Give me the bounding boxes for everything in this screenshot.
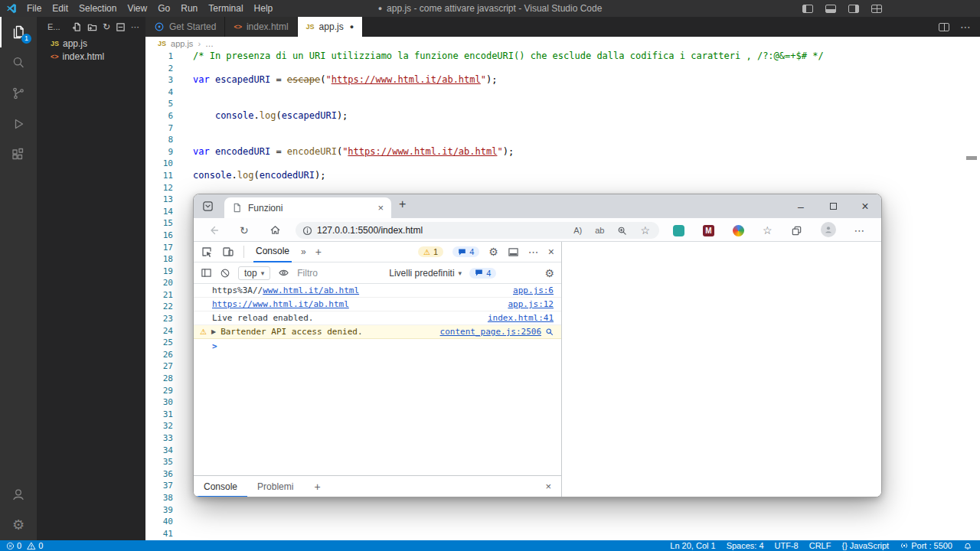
run-debug-activity-button[interactable] <box>0 109 37 139</box>
menu-file[interactable]: File <box>21 0 47 17</box>
problems-status[interactable]: 0 0 <box>6 541 43 550</box>
devtools-settings-icon[interactable]: ⚙ <box>488 246 498 258</box>
extension-c-icon[interactable] <box>733 225 744 236</box>
home-icon[interactable] <box>270 224 281 236</box>
menu-go[interactable]: Go <box>152 0 175 17</box>
devtools-close-icon[interactable]: × <box>548 246 554 258</box>
context-selector[interactable]: top ▾ <box>238 266 270 280</box>
split-editor-icon[interactable] <box>939 23 949 31</box>
menu-help[interactable]: Help <box>249 0 279 17</box>
collections-icon[interactable] <box>791 225 802 236</box>
live-server-port[interactable]: Port : 5500 <box>900 541 952 550</box>
indentation[interactable]: Spaces: 4 <box>727 541 764 550</box>
notifications-bell-icon[interactable] <box>963 541 972 550</box>
new-file-icon[interactable] <box>72 22 82 32</box>
manage-button[interactable]: ⚙ <box>0 510 37 540</box>
translate-icon[interactable]: ab <box>595 226 604 235</box>
site-info-icon[interactable] <box>302 226 312 236</box>
source-link[interactable]: app.js:6 <box>513 285 554 295</box>
favorites-icon[interactable]: ☆ <box>763 224 773 236</box>
toggle-panel-icon[interactable] <box>825 5 836 13</box>
breadcrumb-file[interactable]: app.js <box>171 39 193 48</box>
console-filter-input[interactable] <box>297 268 381 279</box>
account-button[interactable] <box>0 479 37 510</box>
close-icon[interactable]: × <box>849 194 881 218</box>
search-result-icon[interactable] <box>545 328 554 336</box>
toggle-secondary-sidebar-icon[interactable] <box>848 5 859 13</box>
add-panel-icon[interactable]: + <box>315 246 322 258</box>
breadcrumb-more[interactable]: … <box>205 39 214 48</box>
drawer-tab-console[interactable]: Console <box>194 476 247 497</box>
zoom-icon[interactable] <box>617 226 627 236</box>
breadcrumb[interactable]: JS app.js › … <box>145 37 980 51</box>
source-control-activity-button[interactable] <box>0 78 37 109</box>
file-item-indexhtml[interactable]: <> index.html <box>37 50 145 63</box>
device-toolbar-icon[interactable] <box>222 246 234 258</box>
drawer-add-icon[interactable]: + <box>314 481 320 493</box>
extension-a-icon[interactable] <box>673 225 684 236</box>
levels-messages-badge[interactable]: 4 <box>469 268 496 279</box>
back-icon[interactable] <box>207 224 220 236</box>
menu-selection[interactable]: Selection <box>74 0 122 17</box>
tab-app-js[interactable]: JS app.js ● <box>298 17 363 37</box>
collapse-folders-icon[interactable] <box>116 22 126 32</box>
source-link[interactable]: content_page.js:2506 <box>440 327 541 337</box>
console-messages-badge[interactable]: 4 <box>452 246 479 257</box>
tab-actions-icon[interactable] <box>202 201 214 212</box>
tab-index-html[interactable]: <> index.html <box>225 17 297 37</box>
toggle-sidebar-icon[interactable] <box>802 5 813 13</box>
console-settings-icon[interactable]: ⚙ <box>544 267 554 279</box>
extension-m-icon[interactable]: M <box>703 225 714 236</box>
more-tabs-icon[interactable]: » <box>301 246 306 257</box>
source-link[interactable]: app.js:12 <box>508 299 554 309</box>
log-levels-selector[interactable]: Livelli predefiniti ▾ <box>389 268 462 279</box>
source-link[interactable]: index.html:41 <box>488 313 554 323</box>
profile-avatar[interactable] <box>821 222 836 237</box>
customize-layout-icon[interactable] <box>871 5 882 13</box>
message-link[interactable]: https://www.html.it/ab.html <box>212 299 349 309</box>
editor-more-icon[interactable]: ⋯ <box>960 21 971 33</box>
tab-get-started[interactable]: Get Started <box>145 17 225 37</box>
unsaved-dot[interactable]: ● <box>350 23 354 31</box>
url-text[interactable]: 127.0.0.1:5500/index.html <box>317 225 423 236</box>
menu-terminal[interactable]: Terminal <box>203 0 248 17</box>
drawer-tab-problems[interactable]: Problemi <box>247 476 303 497</box>
devtools-tab-console[interactable]: Console <box>253 242 292 262</box>
tab-close-icon[interactable]: × <box>377 202 384 214</box>
address-bar[interactable]: 127.0.0.1:5500/index.html A) ab ☆ <box>296 222 659 239</box>
extensions-activity-button[interactable] <box>0 139 37 170</box>
console-warning-badge[interactable]: ⚠ 1 <box>418 246 443 257</box>
dock-side-icon[interactable] <box>508 246 519 258</box>
drawer-close-icon[interactable]: × <box>545 481 561 492</box>
explorer-activity-button[interactable]: 1 <box>0 17 37 47</box>
cursor-position[interactable]: Ln 20, Col 1 <box>670 541 715 550</box>
encoding[interactable]: UTF-8 <box>775 541 799 550</box>
language-mode[interactable]: {} JavaScript <box>841 541 889 550</box>
console-sidebar-icon[interactable] <box>201 267 212 279</box>
console-input-row[interactable]: > <box>194 339 561 353</box>
maximize-icon[interactable] <box>817 194 849 218</box>
menu-view[interactable]: View <box>122 0 152 17</box>
page-viewport[interactable] <box>563 242 881 497</box>
add-favorite-icon[interactable]: ☆ <box>640 224 650 236</box>
expand-icon[interactable]: ▶ <box>211 328 216 335</box>
eye-icon[interactable] <box>278 267 289 279</box>
menu-run[interactable]: Run <box>175 0 203 17</box>
new-folder-icon[interactable] <box>87 22 97 32</box>
search-activity-button[interactable] <box>0 47 37 78</box>
explorer-more-icon[interactable]: ⋯ <box>131 22 139 32</box>
inspect-element-icon[interactable] <box>201 246 213 258</box>
scrollbar-decoration[interactable] <box>966 156 977 160</box>
browser-more-icon[interactable]: ⋯ <box>854 224 865 236</box>
minimize-icon[interactable]: – <box>785 194 817 218</box>
devtools-more-icon[interactable]: ⋯ <box>528 246 539 258</box>
read-aloud-icon[interactable]: A) <box>573 226 582 235</box>
file-item-appjs[interactable]: JS app.js <box>37 37 145 50</box>
browser-tab[interactable]: Funzioni × <box>224 197 391 218</box>
clear-console-icon[interactable] <box>220 268 230 279</box>
new-tab-icon[interactable]: + <box>399 197 406 211</box>
menu-edit[interactable]: Edit <box>47 0 74 17</box>
refresh-explorer-icon[interactable]: ↻ <box>103 22 110 31</box>
eol-sequence[interactable]: CRLF <box>809 541 831 550</box>
message-link[interactable]: www.html.it/ab.html <box>263 285 359 295</box>
